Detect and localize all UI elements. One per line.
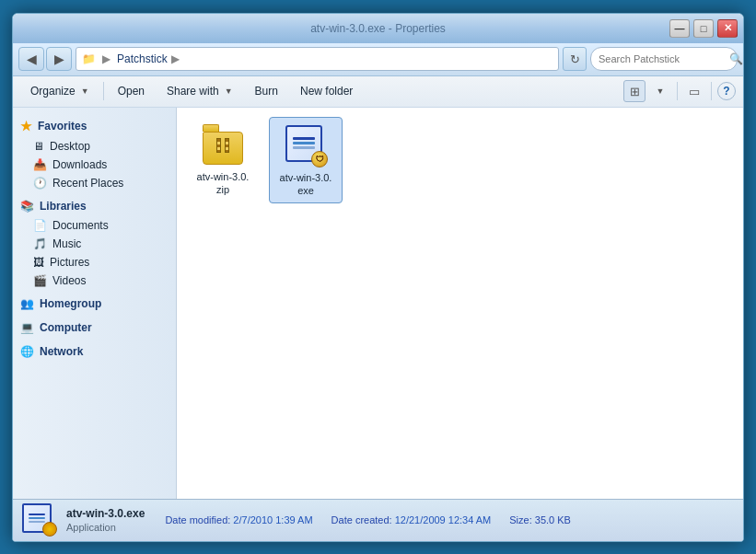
network-label: Network: [40, 345, 83, 358]
new-folder-label: New folder: [300, 85, 353, 98]
sidebar-item-documents[interactable]: 📄 Documents: [13, 216, 176, 235]
nav-arrows: ◀ ▶: [18, 47, 72, 71]
file-item-zip[interactable]: atv-win-3.0. zip: [186, 117, 260, 204]
zip-file-icon: [201, 122, 245, 167]
forward-button[interactable]: ▶: [46, 47, 72, 71]
libraries-header[interactable]: 📚 Libraries: [13, 196, 176, 216]
favorites-header[interactable]: ★ Favorites: [13, 115, 176, 137]
favorites-label: Favorites: [38, 120, 87, 133]
status-bar: atv-win-3.0.exe Application Date modifie…: [13, 499, 743, 541]
pictures-icon: 🖼: [33, 256, 44, 269]
refresh-icon: ↻: [570, 52, 580, 66]
folder-icon: 📁: [82, 52, 96, 65]
status-info: atv-win-3.0.exe Application: [66, 507, 145, 533]
back-icon: ◀: [27, 52, 37, 66]
homegroup-section: 👥 Homegroup: [13, 294, 176, 314]
search-input[interactable]: [599, 53, 726, 64]
sidebar-item-recent[interactable]: 🕐 Recent Places: [13, 174, 176, 192]
libraries-label: Libraries: [40, 200, 87, 213]
modified-value: 2/7/2010 1:39 AM: [233, 514, 312, 525]
status-created: Date created: 12/21/2009 12:34 AM: [331, 514, 492, 525]
network-section: 🌐 Network: [13, 341, 176, 362]
open-button[interactable]: Open: [108, 79, 155, 103]
created-label: Date created:: [331, 514, 395, 525]
sidebar-item-videos[interactable]: 🎬 Videos: [13, 271, 176, 290]
breadcrumb[interactable]: 📁 ▶ Patchstick ▶: [76, 47, 559, 71]
videos-label: Videos: [52, 274, 86, 287]
sidebar-item-pictures[interactable]: 🖼 Pictures: [13, 253, 176, 271]
file-item-exe[interactable]: 🛡 atv-win-3.0. exe: [269, 117, 343, 204]
status-size: Size: 35.0 KB: [509, 514, 571, 525]
minimize-button[interactable]: —: [669, 19, 690, 38]
exe-file-icon: 🛡: [284, 123, 328, 167]
exe-file-name: atv-win-3.0. exe: [275, 171, 336, 198]
modified-label: Date modified:: [165, 514, 233, 525]
new-folder-button[interactable]: New folder: [290, 79, 363, 103]
homegroup-icon: 👥: [20, 297, 34, 310]
computer-icon: 💻: [20, 321, 34, 334]
toolbar-separator-2: [677, 82, 678, 100]
breadcrumb-label: Patchstick: [117, 52, 168, 65]
homegroup-label: Homegroup: [40, 297, 101, 310]
organize-label: Organize: [30, 85, 76, 98]
preview-pane-button[interactable]: ▭: [683, 80, 705, 102]
share-button[interactable]: Share with ▼: [157, 79, 243, 103]
burn-button[interactable]: Burn: [245, 79, 288, 103]
network-icon: 🌐: [20, 345, 34, 358]
sidebar: ★ Favorites 🖥 Desktop 📥 Downloads 🕐 Rece…: [13, 108, 177, 499]
size-value: 35.0 KB: [535, 514, 571, 525]
network-header[interactable]: 🌐 Network: [13, 341, 176, 362]
homegroup-header[interactable]: 👥 Homegroup: [13, 294, 176, 314]
open-label: Open: [118, 85, 145, 98]
toolbar-separator-3: [711, 82, 712, 100]
videos-icon: 🎬: [33, 274, 47, 287]
created-value: 12/21/2009 12:34 AM: [395, 514, 492, 525]
computer-label: Computer: [40, 321, 92, 334]
toolbar-right: ⊞ ▼ ▭ ?: [623, 80, 736, 102]
sidebar-item-desktop[interactable]: 🖥 Desktop: [13, 137, 176, 156]
status-filetype: Application: [66, 522, 145, 533]
window-controls: — □ ✕: [669, 19, 738, 38]
downloads-icon: 📥: [33, 158, 47, 171]
view-grid-button[interactable]: ⊞: [623, 80, 646, 102]
main-area: ★ Favorites 🖥 Desktop 📥 Downloads 🕐 Rece…: [13, 108, 743, 499]
status-modified: Date modified: 2/7/2010 1:39 AM: [165, 514, 312, 525]
refresh-button[interactable]: ↻: [563, 47, 587, 71]
content-area[interactable]: atv-win-3.0. zip 🛡: [177, 108, 743, 499]
status-details: Date modified: 2/7/2010 1:39 AM Date cre…: [165, 514, 571, 525]
breadcrumb-trail-arrow: ▶: [171, 52, 180, 65]
toolbar: Organize ▼ Open Share with ▼ Burn New fo…: [13, 76, 743, 108]
organize-button[interactable]: Organize ▼: [20, 79, 99, 103]
recent-icon: 🕐: [33, 177, 47, 190]
size-label: Size:: [509, 514, 535, 525]
help-icon: ?: [723, 85, 729, 98]
view-dropdown-button[interactable]: ▼: [649, 80, 671, 102]
music-icon: 🎵: [33, 237, 47, 250]
breadcrumb-arrow: ▶: [102, 52, 110, 65]
organize-dropdown-icon: ▼: [81, 87, 89, 96]
search-bar[interactable]: 🔍: [590, 47, 738, 71]
libraries-icon: 📚: [20, 200, 34, 213]
downloads-label: Downloads: [52, 158, 107, 171]
pictures-label: Pictures: [50, 256, 89, 269]
search-icon: 🔍: [729, 52, 743, 65]
help-button[interactable]: ?: [717, 82, 736, 100]
view-dropdown-icon: ▼: [657, 87, 665, 96]
share-dropdown-icon: ▼: [225, 87, 233, 96]
libraries-section: 📚 Libraries 📄 Documents 🎵 Music 🖼 Pictur…: [13, 196, 176, 290]
recent-label: Recent Places: [52, 177, 123, 190]
close-button[interactable]: ✕: [717, 19, 738, 38]
sidebar-item-downloads[interactable]: 📥 Downloads: [13, 156, 176, 174]
burn-label: Burn: [255, 85, 278, 98]
share-label: Share with: [167, 85, 219, 98]
title-bar-text: atv-win-3.0.exe - Properties: [310, 22, 446, 35]
preview-pane-icon: ▭: [689, 85, 700, 98]
documents-icon: 📄: [33, 219, 47, 232]
back-button[interactable]: ◀: [18, 47, 44, 71]
maximize-button[interactable]: □: [693, 19, 714, 38]
music-label: Music: [52, 237, 81, 250]
nav-bar: ◀ ▶ 📁 ▶ Patchstick ▶ ↻ 🔍: [13, 43, 743, 76]
sidebar-item-music[interactable]: 🎵 Music: [13, 235, 176, 253]
forward-icon: ▶: [54, 52, 64, 66]
computer-header[interactable]: 💻 Computer: [13, 317, 176, 338]
